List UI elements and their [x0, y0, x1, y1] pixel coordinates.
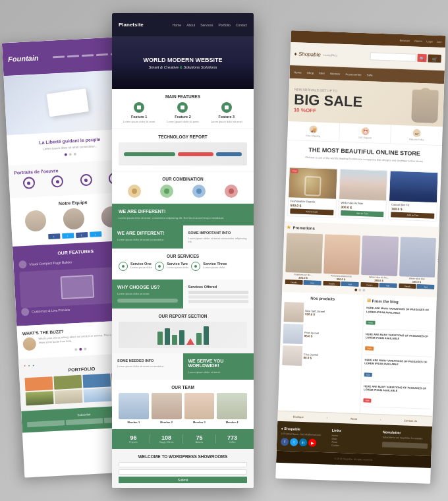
why-bar	[117, 299, 178, 303]
yt-icon-label: ▶	[311, 440, 314, 445]
middle-report: OUR REPORT SECTION	[112, 309, 254, 353]
blog-badge-4: Sale	[363, 398, 371, 402]
middle-hero-subtitle: Smart & Creative & Solutions Solutions	[148, 65, 217, 69]
footer-nav-about[interactable]: About	[350, 417, 358, 420]
promo-btn-add-1[interactable]: Add	[303, 280, 321, 285]
feature-text-3: Returns Policy	[394, 138, 440, 142]
left-footer-input-2[interactable]	[66, 418, 103, 425]
left-dot	[69, 153, 72, 156]
add-to-cart-2[interactable]: Add to Cart	[341, 210, 384, 217]
comb-icon-4	[225, 185, 238, 198]
add-to-cart-1[interactable]: Add to Cart	[290, 209, 333, 216]
left-nav-item	[82, 54, 94, 57]
right-nav-women[interactable]: Women	[330, 72, 341, 76]
left-feature-text-1: Visual Compact Page Builder	[29, 260, 72, 266]
topbar-between[interactable]: Between	[400, 38, 410, 42]
book-decoration	[47, 88, 89, 117]
middle-team-3: Member 3	[184, 393, 215, 424]
portfolio-item-3	[82, 374, 111, 388]
cart-icon: 🛒	[432, 56, 437, 61]
topbar-login[interactable]: Login	[426, 40, 433, 43]
footer-col2-title: Links	[332, 428, 378, 434]
promo-btn-add-4[interactable]: Add	[417, 284, 435, 289]
right-search-button[interactable]: 🔍	[417, 54, 426, 62]
promo-btn-detail-1[interactable]: Details	[285, 280, 302, 285]
middle-left-col-text: Lorem ipsum dolor sit amet consectetur.	[117, 238, 178, 242]
feature-icon-1: 🚚	[309, 125, 317, 133]
middle-nav-3[interactable]: Services	[200, 23, 213, 27]
middle-right-col-text: Lorem ipsum dolor sit amet consectetur a…	[188, 237, 249, 243]
footer-yt-icon[interactable]: ▶	[308, 438, 316, 446]
left-tw-btn[interactable]: t	[62, 233, 74, 239]
report-bar-2	[165, 328, 170, 345]
footer-tw-icon[interactable]: t	[290, 438, 298, 446]
right-blog: ⊞ From the blog HERE ARE MANY VARIATIONS…	[360, 295, 437, 416]
contact-submit[interactable]: Submit	[119, 477, 247, 483]
sale-num: 10	[294, 107, 300, 113]
right-nav-men[interactable]: Men	[319, 71, 325, 74]
right-nav-home[interactable]: Home	[294, 71, 302, 74]
combination-icons	[119, 185, 247, 198]
service-info-1: Service One Lorem ipsum dolor	[130, 262, 152, 269]
service-icon-3	[191, 262, 200, 271]
left-buzz-avatar	[22, 338, 36, 351]
middle-nav-1[interactable]: Home	[173, 23, 181, 27]
left-avatar-2	[63, 208, 85, 231]
middle-stat-4: 773 Coffee	[216, 434, 248, 444]
stat-label-3: Awards	[183, 441, 215, 444]
middle-nav-2[interactable]: About	[186, 23, 195, 27]
left-nav-item	[96, 53, 108, 56]
left-fb-btn2[interactable]: f	[76, 232, 88, 238]
promo-btn-add-2[interactable]: Add	[341, 281, 359, 287]
detail-text: Details	[291, 281, 296, 283]
contact-input-1[interactable]	[119, 462, 247, 467]
footer-nav-sep-2: •	[380, 418, 381, 421]
promo-btn-detail-2[interactable]: Details	[323, 281, 341, 286]
footer-col-3: Newsletter Subscribe to our newsletter f…	[382, 430, 428, 450]
footer-social-icons: f t in ▶	[281, 438, 326, 447]
promotions-label: Promotions	[293, 226, 315, 231]
topbar-join[interactable]: Join	[437, 40, 442, 43]
footer-fb-icon[interactable]: f	[281, 438, 289, 446]
mini-info-2: Print Jacmel 95.0 $	[304, 331, 360, 339]
tech-bar-1	[124, 152, 175, 156]
middle-nav-5[interactable]: Contact	[236, 23, 247, 27]
report-arrow	[186, 338, 194, 345]
middle-features: MAIN FEATURES Feature 1 Lorem ipsum dolo…	[112, 89, 254, 129]
right-search-bar[interactable]	[370, 52, 416, 61]
footer-nav-contact[interactable]: Contact Us	[404, 419, 417, 423]
right-search: 🔍 🛒	[370, 52, 441, 63]
right-nav-sale[interactable]: Sale	[367, 73, 373, 76]
promo-btn-detail-3[interactable]: Details	[360, 282, 378, 287]
service-dot-2	[158, 265, 161, 268]
left-tw-btn2[interactable]: t	[90, 231, 101, 237]
contact-input-2[interactable]	[119, 469, 247, 475]
promo-btn-add-3[interactable]: Add	[379, 283, 397, 288]
footer-col1-title: ♦ Shopable	[281, 427, 327, 432]
footer-nav-boutique[interactable]: Boutique	[293, 415, 304, 419]
service-text-3: Lorem ipsum dolor	[203, 266, 227, 269]
middle-nav-4[interactable]: Portfolio	[218, 23, 230, 27]
tw2-label: t	[95, 233, 96, 236]
newsletter-input[interactable]	[382, 442, 428, 448]
left-fb-btn[interactable]: f	[48, 234, 60, 240]
feature-icon-3: ↩	[413, 129, 421, 137]
left-footer-input-1[interactable]	[27, 421, 65, 428]
promo-btn-detail-4[interactable]: Details	[399, 283, 416, 289]
blog-title-4: HERE ARE MANY VARIATIONS OF PASSAGES OF …	[364, 384, 431, 394]
right-nav-shop[interactable]: Shop	[307, 71, 314, 74]
right-nav-accessories[interactable]: Accessories	[345, 73, 361, 76]
device-shape	[61, 275, 95, 300]
col-icon-inner-2	[181, 105, 184, 109]
right-cart-button[interactable]: 🛒	[428, 54, 441, 63]
service-bar	[188, 295, 249, 299]
footer-li-icon[interactable]: in	[299, 438, 307, 446]
needed-info-title: SOME NEEDED INFO	[117, 359, 178, 363]
add-to-cart-3[interactable]: Add to Cart	[391, 212, 434, 219]
middle-col-text-1: Lorem ipsum dolor sit amet	[119, 120, 159, 123]
middle-combination-title: OUR COMBINATION	[119, 177, 247, 181]
star-icon: ★	[287, 225, 291, 230]
portfolio-item-7	[84, 388, 112, 403]
service-text-2: Lorem ipsum dolor	[167, 266, 188, 269]
topbar-vitamix[interactable]: Vitamix	[414, 39, 422, 42]
